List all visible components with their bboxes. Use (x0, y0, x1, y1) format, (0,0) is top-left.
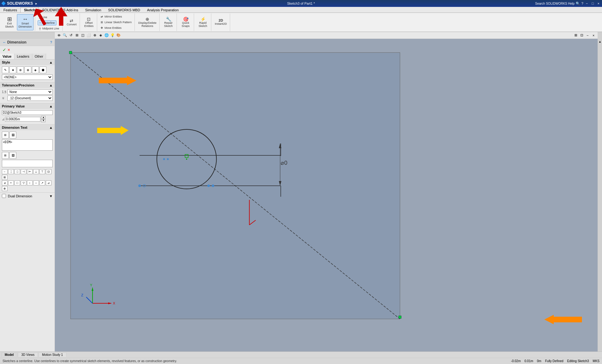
tab-analysis[interactable]: Analysis Preparation (144, 7, 182, 13)
sketch-ref-input[interactable]: D2@Sketch3 (2, 110, 53, 115)
dim-text-icon-2[interactable]: 🖼 (9, 132, 16, 138)
dim-fmt-7[interactable]: ⊤ (40, 169, 45, 174)
dim-fmt-8[interactable]: ⊡ (46, 169, 51, 174)
panel-header: ↔ Dimension ? (0, 39, 55, 46)
view-btn-8[interactable]: ◈ (98, 33, 103, 38)
tab-value[interactable]: Value (0, 54, 14, 59)
dim-fmt-2[interactable]: ⌶ (8, 169, 14, 174)
dim-fmt-3[interactable]: ⌷ (14, 169, 20, 174)
exit-sketch-btn[interactable]: ⊞ ExitSketch (3, 14, 16, 30)
sw-logo[interactable]: 🔷 SOLIDWORKS (1, 1, 33, 6)
dim-above-textarea[interactable] (2, 160, 53, 167)
repair-sketch-btn[interactable]: 🔧 RepairSketch (161, 14, 175, 30)
tab-sketch[interactable]: Sketch (20, 7, 39, 13)
status-text-bar: Sketches a centerline. Use centerlines t… (0, 358, 602, 364)
model-tab[interactable]: Model (1, 352, 17, 357)
value-down-btn[interactable]: ▼ (41, 119, 45, 122)
search-icon[interactable]: 🔍 (576, 2, 580, 6)
quick-snaps-btn[interactable]: 🎯 QuickSnaps (179, 14, 193, 30)
dim-text-header[interactable]: Dimension Text ▲ (0, 125, 55, 130)
style-btn-6[interactable]: ⬟ (40, 66, 46, 73)
style-btn-5[interactable]: ◈ (32, 66, 39, 73)
dim-text-area[interactable]: <DIM> (2, 139, 53, 151)
line-btn[interactable]: ╱ Line (38, 15, 49, 20)
convert-btn[interactable]: ⇄ Convert (65, 14, 78, 30)
panel-min-btn[interactable]: − (585, 33, 590, 38)
style-btn-3[interactable]: ⊕ (17, 66, 24, 73)
help-icon[interactable]: ? (581, 2, 583, 5)
motion-study-tab[interactable]: Motion Study 1 (39, 352, 66, 357)
view-btn-4[interactable]: ⊞ (74, 33, 80, 38)
value-input[interactable] (5, 117, 40, 122)
title-bar-menu-item[interactable]: ▸ (34, 2, 39, 6)
midpoint-line-btn[interactable]: ┼ Midpoint Line (38, 26, 61, 31)
centerline-btn[interactable]: ┄ Centerline (38, 20, 56, 25)
style-btn-4[interactable]: ⊗ (24, 66, 31, 73)
dual-dimension-checkbox[interactable] (2, 194, 6, 198)
view-btn-10[interactable]: 💡 (110, 33, 115, 38)
display-delete-relations-btn[interactable]: ⊕ Display/DeleteRelations (137, 14, 158, 30)
linear-sketch-btn[interactable]: ⊞ Linear Sketch Pattern (99, 20, 133, 25)
view-btn-7[interactable]: ⊕ (92, 33, 98, 38)
tab-mbd[interactable]: SOLIDWORKS MBD (105, 7, 144, 13)
primary-value-header[interactable]: Primary Value ▲ (0, 103, 55, 109)
view-btn-9[interactable]: 🌐 (104, 33, 109, 38)
tolerance-type-select[interactable]: None (8, 89, 53, 95)
dim-fmt-1[interactable]: ← (2, 169, 8, 174)
dim-sym-9[interactable]: ⊕ (2, 186, 8, 191)
instant2d-btn[interactable]: 2D Instant2D (213, 14, 229, 30)
view-btn-11[interactable]: 🎨 (116, 33, 121, 38)
tab-features[interactable]: Features (0, 7, 20, 13)
close-btn[interactable]: × (596, 2, 601, 5)
dim-text-icon-1[interactable]: ⊞ (2, 132, 9, 138)
dim-fmt-4[interactable]: ⊣ (21, 169, 26, 174)
dim-sym-5[interactable]: ↕ (27, 180, 33, 185)
dim-sym-8[interactable]: ⊿ (46, 180, 51, 185)
value-up-btn[interactable]: ▲ (41, 116, 45, 119)
dim-above-icon-1[interactable]: ⊞ (2, 152, 9, 159)
dim-sym-1[interactable]: ⌀ (2, 180, 8, 185)
maximize-btn[interactable]: □ (590, 2, 595, 5)
view-btn-2[interactable]: 🔍 (62, 33, 68, 38)
minimize-btn[interactable]: − (584, 2, 589, 5)
move-entities-btn[interactable]: ✥ Move Entities (99, 25, 123, 30)
view-btn-3[interactable]: ↺ (68, 33, 74, 38)
panel-help-btn[interactable]: ? (50, 40, 52, 44)
dim-sym-6[interactable]: ↔ (33, 180, 39, 185)
panel-close-btn[interactable]: × (591, 33, 596, 38)
dim-fmt-9[interactable]: ⊞ (2, 175, 8, 180)
style-preset-select[interactable]: <NONE> (2, 75, 53, 80)
right-panel-btn-1[interactable]: ▲ (599, 40, 602, 43)
reject-btn[interactable]: × (8, 47, 10, 52)
dim-above-icon-2[interactable]: 🖼 (9, 152, 16, 159)
tab-other[interactable]: Other (32, 54, 46, 59)
dim-sym-3[interactable]: □ (14, 180, 20, 185)
view-btn-1[interactable]: 👁 (56, 33, 62, 38)
panel-expand-btn[interactable]: ⊞ (573, 33, 578, 38)
mirror-entities-btn[interactable]: ⇌ Mirror Entities (99, 14, 124, 19)
precision-select[interactable]: .12 (Document) (8, 96, 53, 101)
rapid-sketch-btn[interactable]: ⚡ RapidSketch (196, 14, 210, 30)
dim-fmt-5[interactable]: ⊢ (27, 169, 33, 174)
3d-views-tab[interactable]: 3D Views (18, 352, 38, 357)
dim-sym-4[interactable]: ▽ (21, 180, 26, 185)
view-btn-5[interactable]: ◫ (80, 33, 86, 38)
tab-leaders[interactable]: Leaders (14, 54, 32, 59)
tolerance-header[interactable]: Tolerance/Precision ▲ (0, 82, 55, 88)
smart-dimension-btn[interactable]: ↔ SmartDimension (17, 14, 34, 30)
accept-btn[interactable]: ✓ (3, 47, 6, 52)
dim-fmt-6[interactable]: ⊥ (33, 169, 39, 174)
dual-dimension-label[interactable]: Dual Dimension (8, 194, 32, 198)
dual-dim-expand-icon[interactable]: ▼ (49, 194, 53, 198)
dim-sym-7[interactable]: ↗ (40, 180, 45, 185)
style-btn-1[interactable]: ✎ (2, 66, 9, 73)
offset-entities-btn[interactable]: ⊡ OffsetEntities (82, 14, 96, 30)
style-btn-2[interactable]: ★ (9, 66, 16, 73)
view-btn-6[interactable]: ⬜ (86, 33, 92, 38)
tab-simulation[interactable]: Simulation (82, 7, 104, 13)
panel-float-btn[interactable]: ⊡ (579, 33, 584, 38)
dim-sym-2[interactable]: + (8, 180, 14, 185)
viewport[interactable]: ⌀0 X Y Z (55, 39, 598, 351)
tab-addins[interactable]: SOLIDWORKS Add-Ins (39, 7, 82, 13)
style-header[interactable]: Style ▲ (0, 60, 55, 65)
